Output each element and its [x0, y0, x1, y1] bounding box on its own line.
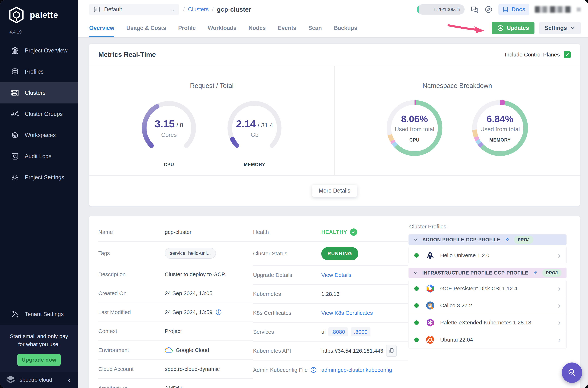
- cluster-details-card: Name gcp-cluster Tags service: hello-uni…: [89, 216, 580, 388]
- tab-usage-costs[interactable]: Usage & Costs: [126, 19, 166, 37]
- sidebar-item-label: Cluster Groups: [25, 111, 63, 117]
- service-port-link-3000[interactable]: :3000: [351, 327, 370, 337]
- tab-workloads[interactable]: Workloads: [208, 19, 236, 37]
- service-port-link-8080[interactable]: :8080: [328, 327, 348, 337]
- docs-label: Docs: [512, 6, 525, 13]
- profile-layer-gce-disk[interactable]: GCE Persistent Disk CSI 1.12.4 ›: [408, 280, 566, 297]
- detail-row-description: Description Cluster to deploy to GCP.: [98, 265, 253, 284]
- sidebar-item-label: Clusters: [25, 90, 45, 96]
- detail-row-admin-kubeconfig: Admin Kubeconfig File admin.gcp-cluster.…: [253, 361, 408, 379]
- chevron-right-icon: ›: [558, 251, 561, 259]
- sidebar-item-project-settings[interactable]: Project Settings: [0, 167, 78, 188]
- promo-text-line1: Start small and only pay: [5, 332, 72, 340]
- detail-label: Last Modified: [98, 309, 165, 315]
- detail-row-context: Context Project: [98, 322, 253, 341]
- sidebar-item-workspaces[interactable]: Workspaces: [0, 125, 78, 146]
- metrics-body: Request / Total: [89, 66, 580, 176]
- tag-chip[interactable]: service: hello-uni...: [165, 248, 216, 259]
- user-menu-redacted[interactable]: [577, 7, 581, 11]
- metrics-realtime-card: Metrics Real-Time Include Control Planes…: [89, 44, 580, 206]
- compass-icon[interactable]: [484, 5, 493, 14]
- tab-overview[interactable]: Overview: [89, 19, 114, 37]
- sidebar-item-profiles[interactable]: Profiles: [0, 61, 78, 82]
- tab-nodes[interactable]: Nodes: [249, 19, 266, 37]
- memory-namespace-donut: 6.84% Used from total MEMORY: [470, 98, 530, 167]
- tab-events[interactable]: Events: [278, 19, 296, 37]
- profile-layer-calico[interactable]: Calico 3.27.2 ›: [408, 297, 566, 314]
- sidebar-item-label: Project Settings: [25, 174, 64, 181]
- layer-name: Palette eXtended Kubernetes 1.28.13: [440, 319, 531, 326]
- chat-icon[interactable]: [470, 5, 479, 14]
- user-name-redacted[interactable]: [535, 6, 571, 13]
- created-on-value: 24 Sep 2024, 13:05: [165, 290, 212, 296]
- metrics-title: Metrics Real-Time: [98, 51, 156, 58]
- collapse-sidebar-icon[interactable]: ‹: [68, 375, 71, 384]
- infrastructure-profile-header[interactable]: INFRASTRUCTURE PROFILE GCP-PROFILE PROJ: [408, 267, 566, 278]
- memory-used-percent: 6.84%: [487, 114, 513, 124]
- search-fab[interactable]: [562, 363, 582, 383]
- detail-row-architecture: Architecture AMD64: [98, 379, 253, 388]
- sidebar-item-project-overview[interactable]: Project Overview: [0, 40, 78, 61]
- gauges-row: 3.15 / 8 Cores CPU: [139, 98, 285, 167]
- view-details-link[interactable]: View Details: [321, 272, 351, 278]
- cpu-used-percent: 8.06%: [401, 114, 428, 124]
- clusters-icon: [11, 89, 19, 97]
- copy-button[interactable]: [386, 345, 397, 357]
- profile-layer-palette-extended-kubernetes[interactable]: Palette eXtended Kubernetes 1.28.13 ›: [408, 314, 566, 331]
- tab-profile[interactable]: Profile: [178, 19, 196, 37]
- docs-button[interactable]: Docs: [498, 4, 529, 15]
- sidebar-item-cluster-groups[interactable]: Cluster Groups: [0, 103, 78, 125]
- layer-name: GCE Persistent Disk CSI 1.12.4: [440, 286, 517, 292]
- layer-name: Calico 3.27.2: [440, 302, 472, 309]
- gear-icon: [11, 173, 19, 182]
- detail-row-last-modified: Last Modified 24 Sep 2024, 13:59: [98, 303, 253, 322]
- detail-label: Admin Kubeconfig File: [253, 367, 308, 373]
- detail-row-health: Health HEALTHY: [253, 223, 408, 242]
- more-details-button[interactable]: More Details: [312, 185, 357, 197]
- view-k8s-certificates-link[interactable]: View K8s Certificates: [321, 310, 373, 316]
- bar-chart-icon: [11, 46, 19, 55]
- addon-profile-name: ADDON PROFILE GCP-PROFILE: [422, 237, 500, 243]
- page-content: Metrics Real-Time Include Control Planes…: [78, 38, 588, 388]
- cpu-donut-label: CPU: [409, 137, 420, 143]
- cpu-request-value: 3.15: [155, 118, 175, 130]
- project-selector[interactable]: Default ⌄: [89, 4, 179, 15]
- detail-label: Context: [98, 328, 165, 334]
- detail-label: Services: [253, 329, 321, 335]
- sidebar-item-tenant-settings[interactable]: Tenant Settings: [0, 304, 78, 325]
- sidebar-nav: Project Overview Profiles Clusters: [0, 40, 78, 188]
- profile-layer-hello-universe[interactable]: Hello Universe 1.2.0 ›: [408, 247, 566, 264]
- include-control-planes: Include Control Planes: [505, 51, 571, 58]
- detail-row-environment: Environment Google Cloud: [98, 341, 253, 360]
- upgrade-now-button[interactable]: Upgrade now: [17, 354, 61, 366]
- hello-universe-icon: [426, 251, 435, 260]
- detail-label: Kubernetes: [253, 291, 321, 297]
- project-scope-badge: PROJ: [514, 236, 533, 244]
- chevron-right-icon: ›: [558, 319, 561, 327]
- cpu-total-value: / 8: [176, 122, 183, 129]
- include-control-planes-checkbox[interactable]: [564, 51, 571, 58]
- breadcrumb-link-clusters[interactable]: Clusters: [188, 6, 209, 13]
- google-cloud-icon: [165, 347, 173, 353]
- cluster-profiles-section: Cluster Profiles ADDON PROFILE GCP-PROFI…: [408, 223, 571, 388]
- detail-label: Environment: [98, 347, 165, 353]
- cpu-namespace-donut: 8.06% Used from total CPU: [384, 98, 445, 167]
- sidebar-item-clusters[interactable]: Clusters: [0, 82, 78, 103]
- profile-layer-ubuntu[interactable]: Ubuntu 22.04 ›: [408, 331, 566, 348]
- gce-persistent-disk-icon: [426, 284, 435, 293]
- tab-backups[interactable]: Backups: [334, 19, 357, 37]
- admin-kubeconfig-link[interactable]: admin.gcp-cluster.kubeconfig: [321, 367, 392, 373]
- environment-value: Google Cloud: [176, 347, 209, 353]
- updates-button[interactable]: Updates: [492, 22, 534, 34]
- sidebar-item-audit-logs[interactable]: Audit Logs: [0, 146, 78, 167]
- memory-used-caption: Used from total: [480, 126, 520, 133]
- annotation-arrow: [447, 22, 486, 34]
- chevron-down-icon: [413, 270, 418, 275]
- tab-scan[interactable]: Scan: [308, 19, 322, 37]
- sidebar-item-label: Audit Logs: [25, 153, 51, 160]
- memory-donut-readout: 6.84% Used from total MEMORY: [470, 98, 530, 158]
- addon-profile-header[interactable]: ADDON PROFILE GCP-PROFILE PROJ: [408, 234, 566, 245]
- info-icon[interactable]: [215, 309, 222, 315]
- settings-button[interactable]: Settings: [539, 22, 581, 34]
- info-icon[interactable]: [310, 367, 317, 373]
